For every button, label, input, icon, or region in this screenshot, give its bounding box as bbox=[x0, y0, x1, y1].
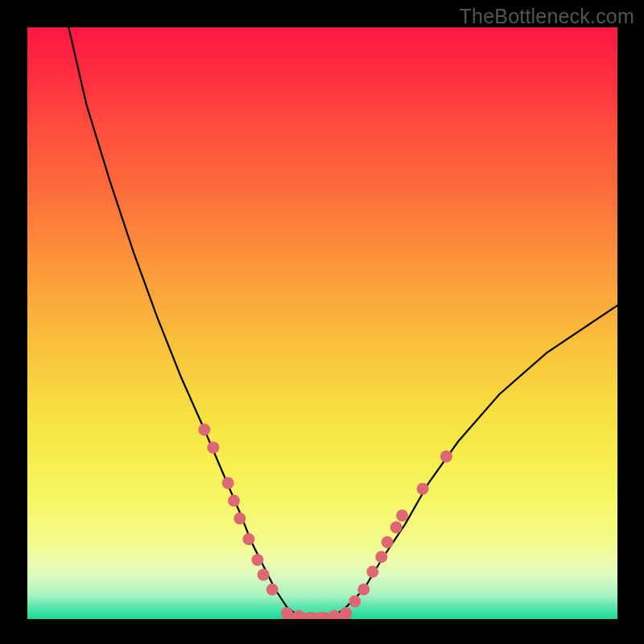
highlight-dot bbox=[375, 551, 387, 563]
highlight-dot bbox=[440, 450, 452, 462]
bottleneck-curve bbox=[68, 27, 617, 619]
plot-area bbox=[27, 27, 617, 619]
highlight-dot bbox=[382, 536, 394, 548]
highlight-dot bbox=[251, 554, 263, 566]
highlight-dot bbox=[417, 483, 429, 495]
highlight-dot bbox=[266, 584, 279, 596]
highlight-dot bbox=[281, 607, 293, 619]
highlight-dots bbox=[198, 423, 452, 619]
highlight-dot bbox=[222, 477, 234, 489]
highlight-dot bbox=[396, 510, 408, 522]
chart-frame: TheBottleneck.com bbox=[0, 0, 644, 644]
highlight-dot bbox=[366, 566, 378, 578]
highlight-dot bbox=[328, 610, 341, 619]
highlight-dot bbox=[390, 522, 402, 534]
highlight-dot bbox=[258, 568, 270, 580]
highlight-dot bbox=[357, 584, 369, 596]
highlight-dot bbox=[228, 495, 240, 507]
watermark: TheBottleneck.com bbox=[460, 5, 634, 28]
highlight-dot bbox=[207, 441, 219, 453]
highlight-dot bbox=[340, 607, 352, 619]
highlight-dot bbox=[233, 513, 246, 525]
highlight-dot bbox=[293, 610, 305, 619]
highlight-dot bbox=[349, 596, 361, 608]
curve-overlay bbox=[27, 27, 617, 619]
highlight-dot bbox=[198, 423, 210, 436]
highlight-dot bbox=[242, 533, 254, 545]
